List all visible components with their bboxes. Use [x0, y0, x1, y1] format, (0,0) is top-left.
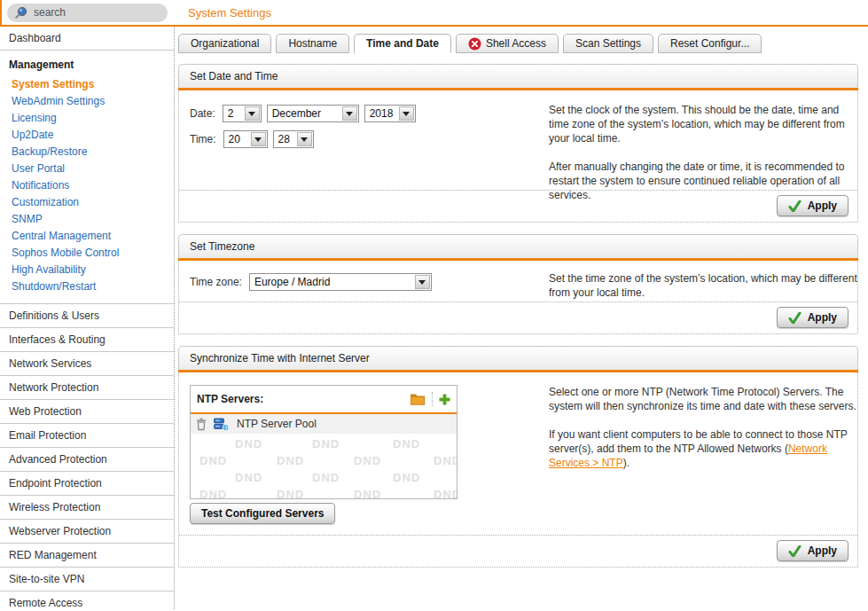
sidebar-item-endpoint-protection[interactable]: Endpoint Protection	[0, 472, 174, 496]
trash-icon[interactable]	[196, 418, 207, 431]
ntp-servers-label: NTP Servers:	[197, 393, 263, 405]
tab-scan-settings[interactable]: Scan Settings	[563, 34, 653, 53]
timezone-label: Time zone:	[190, 276, 242, 288]
ntp-watermark-layer: DNDDNDDNDDNDDNDDNDDNDDNDDNDDNDDNDDNDDNDD…	[191, 434, 457, 498]
sidebar-item-advanced-protection[interactable]: Advanced Protection	[0, 448, 174, 472]
sidebar-group-label[interactable]: Management	[0, 51, 174, 76]
sidebar-item-wireless-protection[interactable]: Wireless Protection	[0, 496, 174, 520]
dnd-watermark: DND	[393, 437, 420, 450]
sidebar-item-sophos-mobile-control[interactable]: Sophos Mobile Control	[0, 245, 174, 262]
main-content: Organizational Hostname Time and Date Sh…	[175, 27, 868, 609]
sidebar-item-email-protection[interactable]: Email Protection	[0, 424, 174, 448]
search-icon	[15, 6, 27, 19]
apply-button[interactable]: Apply	[777, 540, 848, 561]
section-synchronize-time: Synchronize Time with Internet Server NT…	[178, 346, 858, 568]
sidebar-item-interfaces-routing[interactable]: Interfaces & Routing	[0, 328, 174, 352]
sidebar-item-shutdown-restart[interactable]: Shutdown/Restart	[0, 278, 174, 295]
sidebar-item-user-portal[interactable]: User Portal	[0, 161, 174, 177]
tab-reset-configuration[interactable]: Reset Configur...	[658, 34, 762, 53]
sidebar-item-central-management[interactable]: Central Management	[0, 228, 174, 245]
list-item: NTP Server Pool	[191, 414, 457, 434]
sidebar-item-notifications[interactable]: Notifications	[0, 177, 174, 194]
sidebar: Dashboard Management System Settings Web…	[0, 27, 175, 609]
sidebar-group-management: Management System Settings WebAdmin Sett…	[0, 51, 174, 304]
ntp-server-entry[interactable]: NTP Server Pool	[237, 418, 317, 430]
page-title: System Settings	[188, 6, 271, 20]
date-label: Date:	[190, 107, 215, 120]
sidebar-item-network-protection[interactable]: Network Protection	[0, 376, 174, 400]
sidebar-item-backup-restore[interactable]: Backup/Restore	[0, 144, 174, 161]
timezone-select[interactable]: Europe / Madrid	[249, 273, 432, 291]
tab-bar: Organizational Hostname Time and Date Sh…	[178, 34, 858, 53]
sidebar-item-remote-access[interactable]: Remote Access	[0, 591, 174, 609]
dropdown-arrow-button[interactable]	[245, 106, 260, 121]
chevron-down-icon	[418, 280, 426, 288]
dnd-watermark: DND	[277, 454, 304, 467]
sidebar-item-customization[interactable]: Customization	[0, 194, 174, 211]
section-title: Set Date and Time	[178, 64, 858, 88]
sidebar-item-high-availability[interactable]: High Availability	[0, 262, 174, 278]
dnd-watermark: DND	[434, 454, 457, 467]
chevron-down-icon	[403, 112, 410, 120]
time-hour-select[interactable]: 20	[223, 130, 268, 148]
section-title: Set Timezone	[178, 234, 858, 258]
folder-icon[interactable]	[410, 393, 426, 405]
help-text: Set the clock of the system. This should…	[549, 103, 861, 202]
date-day-select[interactable]: 2	[223, 105, 262, 122]
global-search[interactable]	[7, 4, 168, 22]
sidebar-item-licensing[interactable]: Licensing	[0, 110, 174, 127]
sidebar-item-web-protection[interactable]: Web Protection	[0, 400, 174, 424]
help-text: Select one or more NTP (Network Time Pro…	[549, 385, 861, 470]
time-minute-select[interactable]: 28	[273, 130, 314, 148]
section-set-timezone: Set Timezone Time zone: Europe / Madrid …	[178, 234, 858, 334]
dnd-watermark: DND	[199, 454, 227, 467]
dnd-watermark: DND	[277, 488, 304, 498]
error-status-icon	[468, 37, 481, 51]
divider	[432, 392, 433, 406]
sidebar-item-site-to-site-vpn[interactable]: Site-to-site VPN	[0, 568, 174, 591]
chevron-down-icon	[301, 137, 308, 145]
sidebar-item-definitions-users[interactable]: Definitions & Users	[0, 304, 174, 328]
sidebar-item-dashboard[interactable]: Dashboard	[0, 27, 174, 51]
sidebar-item-up2date[interactable]: Up2Date	[0, 127, 174, 144]
add-server-plus-icon[interactable]	[439, 394, 450, 405]
tab-organizational[interactable]: Organizational	[178, 34, 271, 53]
top-bar: System Settings	[0, 0, 868, 27]
sidebar-item-network-services[interactable]: Network Services	[0, 352, 174, 376]
ntp-servers-widget: NTP Servers:	[190, 385, 457, 499]
dnd-watermark: DND	[235, 471, 262, 484]
accent-edge	[0, 0, 2, 27]
test-configured-servers-button[interactable]: Test Configured Servers	[190, 503, 335, 524]
chevron-down-icon	[248, 112, 255, 120]
sidebar-item-snmp[interactable]: SNMP	[0, 211, 174, 228]
sidebar-item-red-management[interactable]: RED Management	[0, 544, 174, 568]
dropdown-arrow-button[interactable]	[399, 106, 414, 121]
search-input[interactable]	[32, 5, 173, 20]
network-host-icon	[214, 418, 230, 431]
chevron-down-icon	[346, 112, 353, 120]
dnd-watermark: DND	[312, 437, 340, 450]
sidebar-item-system-settings[interactable]: System Settings	[0, 76, 174, 93]
apply-button[interactable]: Apply	[777, 307, 848, 328]
tab-time-and-date[interactable]: Time and Date	[354, 34, 451, 53]
checkmark-icon	[788, 545, 802, 557]
checkmark-icon	[788, 312, 802, 324]
dnd-watermark: DND	[354, 488, 381, 498]
dropdown-arrow-button[interactable]	[342, 106, 357, 121]
dropdown-arrow-button[interactable]	[297, 132, 312, 146]
help-text: Set the time zone of the system’s locati…	[549, 271, 861, 300]
chevron-down-icon	[254, 137, 262, 145]
date-year-select[interactable]: 2018	[364, 105, 416, 122]
dropdown-arrow-button[interactable]	[251, 132, 266, 146]
section-set-date-and-time: Set Date and Time Date: 2 December	[178, 64, 858, 223]
dropdown-arrow-button[interactable]	[415, 275, 430, 289]
time-label: Time:	[190, 133, 216, 145]
dnd-watermark: DND	[312, 471, 340, 484]
date-month-select[interactable]: December	[267, 105, 359, 122]
sidebar-item-webadmin-settings[interactable]: WebAdmin Settings	[0, 93, 174, 110]
sidebar-item-webserver-protection[interactable]: Webserver Protection	[0, 520, 174, 544]
dnd-watermark: DND	[354, 454, 381, 467]
dnd-watermark: DND	[235, 437, 262, 450]
tab-shell-access[interactable]: Shell Access	[456, 34, 559, 53]
tab-hostname[interactable]: Hostname	[276, 34, 349, 53]
